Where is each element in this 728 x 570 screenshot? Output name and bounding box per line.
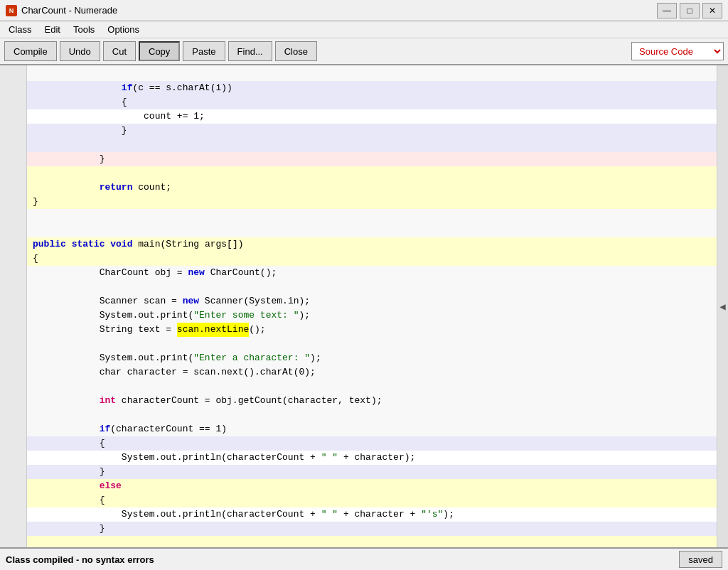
line-num — [0, 365, 26, 380]
line-num — [0, 223, 26, 237]
menu-bar: Class Edit Tools Options — [0, 21, 728, 38]
line-num — [0, 237, 26, 252]
line-num — [0, 394, 26, 408]
line-num — [0, 408, 26, 422]
find-button[interactable]: Find... — [228, 41, 272, 61]
code-line: count += 1; — [27, 109, 717, 124]
code-line: { — [27, 252, 717, 266]
code-line — [27, 166, 717, 181]
window-title: CharCount - Numerade — [21, 5, 117, 16]
line-num — [0, 507, 26, 522]
app-icon: N — [6, 5, 17, 16]
code-line — [27, 408, 717, 422]
line-num — [0, 323, 26, 337]
undo-button[interactable]: Undo — [60, 41, 100, 61]
menu-edit[interactable]: Edit — [39, 23, 66, 36]
code-line: if(characterCount == 1) — [27, 422, 717, 436]
code-line — [27, 209, 717, 223]
minimize-button[interactable]: — — [657, 3, 677, 18]
code-line: { — [27, 436, 717, 451]
menu-class[interactable]: Class — [3, 23, 38, 36]
code-line — [27, 223, 717, 237]
compile-button[interactable]: Compile — [4, 41, 57, 61]
line-num — [0, 479, 26, 493]
paste-button[interactable]: Paste — [183, 41, 225, 61]
menu-options[interactable]: Options — [102, 23, 145, 36]
line-num — [0, 337, 26, 351]
copy-button[interactable]: Copy — [139, 41, 180, 61]
code-line — [27, 67, 717, 81]
saved-button[interactable]: saved — [679, 551, 722, 568]
line-num — [0, 252, 26, 266]
status-message: Class compiled - no syntax errors — [6, 554, 154, 565]
line-num — [0, 152, 26, 166]
line-num — [0, 195, 26, 209]
line-num — [0, 67, 26, 81]
main-area: if(c == s.charAt(i)) { count += 1; } } — [0, 65, 728, 547]
code-line — [27, 138, 717, 152]
line-num — [0, 493, 26, 507]
code-line: Scanner scan = new Scanner(System.in); — [27, 294, 717, 308]
code-line — [27, 536, 717, 547]
collapse-icon: ◀ — [719, 301, 725, 313]
code-line — [27, 337, 717, 351]
line-num — [0, 280, 26, 294]
line-num — [0, 181, 26, 195]
maximize-button[interactable]: □ — [680, 3, 700, 18]
code-line — [27, 280, 717, 294]
line-num — [0, 436, 26, 451]
source-code-select[interactable]: Source Code — [631, 42, 724, 60]
code-line: else — [27, 479, 717, 493]
line-num — [0, 451, 26, 465]
code-line: char character = scan.next().charAt(0); — [27, 365, 717, 380]
code-line: return count; — [27, 181, 717, 195]
code-line: System.out.print("Enter a character: "); — [27, 351, 717, 365]
code-line: if(c == s.charAt(i)) — [27, 81, 717, 95]
code-line: String text = scan.nextLine(); — [27, 323, 717, 337]
line-num — [0, 95, 26, 109]
line-num — [0, 308, 26, 323]
line-num — [0, 522, 26, 536]
side-collapse-button[interactable]: ◀ — [717, 65, 728, 547]
code-line: public static void main(String args[]) — [27, 237, 717, 252]
line-num — [0, 124, 26, 138]
code-line: } — [27, 465, 717, 479]
code-line: } — [27, 522, 717, 536]
status-bar: Class compiled - no syntax errors saved — [0, 547, 728, 570]
code-line — [27, 380, 717, 394]
code-line: } — [27, 152, 717, 166]
line-num — [0, 209, 26, 223]
line-num — [0, 380, 26, 394]
code-line: { — [27, 493, 717, 507]
line-num — [0, 422, 26, 436]
code-line: } — [27, 195, 717, 209]
code-line: System.out.println(characterCount + " " … — [27, 451, 717, 465]
line-num — [0, 294, 26, 308]
code-content: if(c == s.charAt(i)) { count += 1; } } — [27, 65, 717, 547]
close-button[interactable]: Close — [275, 41, 317, 61]
line-num — [0, 138, 26, 152]
line-num — [0, 465, 26, 479]
toolbar: Compile Undo Cut Copy Paste Find... Clos… — [0, 38, 728, 65]
code-line: int characterCount = obj.getCount(charac… — [27, 394, 717, 408]
line-num — [0, 166, 26, 181]
line-numbers — [0, 65, 27, 547]
line-num — [0, 351, 26, 365]
line-num — [0, 81, 26, 95]
line-num — [0, 266, 26, 280]
menu-tools[interactable]: Tools — [68, 23, 100, 36]
line-num — [0, 109, 26, 124]
code-line: System.out.println(characterCount + " " … — [27, 507, 717, 522]
title-bar: N CharCount - Numerade — □ ✕ — [0, 0, 728, 21]
code-editor[interactable]: if(c == s.charAt(i)) { count += 1; } } — [27, 65, 717, 547]
source-code-dropdown: Source Code — [631, 42, 724, 60]
close-window-button[interactable]: ✕ — [702, 3, 722, 18]
cut-button[interactable]: Cut — [103, 41, 136, 61]
code-line: System.out.print("Enter some text: "); — [27, 308, 717, 323]
code-line: CharCount obj = new CharCount(); — [27, 266, 717, 280]
